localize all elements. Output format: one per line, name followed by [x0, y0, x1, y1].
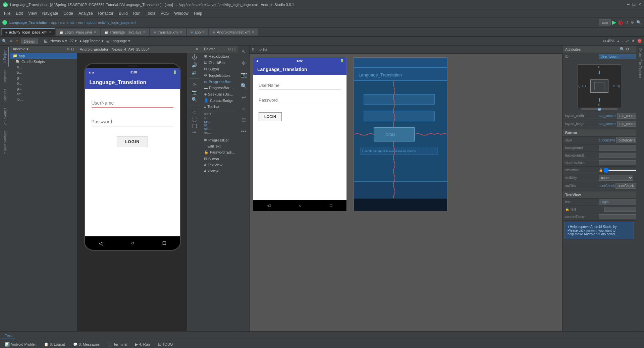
palette-search-icon[interactable]: ⊟: [232, 47, 235, 51]
phone-login-button[interactable]: LOGIN: [117, 136, 148, 147]
language-selector[interactable]: ◎ Language ▾: [106, 39, 130, 43]
menu-run[interactable]: Run: [130, 10, 143, 16]
more-icon[interactable]: •••: [192, 130, 197, 135]
bottom-tab-run[interactable]: ▶ 4: Run: [131, 341, 153, 348]
designer-password-input[interactable]: [259, 96, 341, 104]
settings-icon2[interactable]: ⚙: [9, 39, 13, 43]
tree-item-b2[interactable]: b...: [10, 70, 77, 75]
activity-build-variants[interactable]: 7: Build Variants: [1, 129, 9, 157]
design-mode-btn[interactable]: Design: [21, 39, 38, 44]
activity-captures[interactable]: Captures: [1, 87, 9, 105]
menu-help[interactable]: Help: [191, 10, 205, 16]
attr-text-input[interactable]: Login: [599, 199, 636, 205]
canvas-actions[interactable]: ▷ |◁: [260, 48, 267, 51]
tree-item-s[interactable]: se...: [10, 91, 77, 97]
collapse-icon[interactable]: ⊟: [71, 47, 74, 51]
sync-icon[interactable]: ↺: [625, 19, 629, 25]
tab-close[interactable]: ✕: [252, 30, 254, 34]
palette-item-radiobutton[interactable]: ◉ RadioButton: [201, 53, 238, 59]
constraint-right-arrow[interactable]: ⬷: [613, 83, 618, 89]
api-selector[interactable]: 27 ▾: [70, 39, 77, 43]
activity-structure[interactable]: Structure: [1, 68, 9, 85]
palette-item-togglebutton[interactable]: ⊘ ToggleButton: [201, 72, 238, 78]
run-button[interactable]: ▶: [612, 19, 616, 25]
phone-password-input[interactable]: [92, 118, 173, 126]
pal-more-icon[interactable]: •••: [239, 127, 249, 136]
palette-item-checkbox[interactable]: ☑ CheckBox: [201, 59, 238, 66]
breadcrumb-src[interactable]: src: [60, 20, 65, 24]
palette-item-seekbar[interactable]: ◈ SeekBar (Discrete): [201, 91, 238, 97]
tab-translate-xml[interactable]: ◈ translate.xml ✕: [150, 28, 186, 36]
breadcrumb-project[interactable]: Language_Translation: [9, 20, 49, 24]
view-options[interactable]: ⊞: [44, 39, 48, 44]
palette-item-button2[interactable]: ⊡ Button: [201, 156, 238, 162]
attr-background-input[interactable]: [599, 146, 636, 151]
refresh-icon[interactable]: ↺: [632, 39, 635, 43]
tree-item-g[interactable]: g...: [10, 75, 77, 80]
menu-navigate[interactable]: Navigate: [40, 10, 61, 16]
settings-icon[interactable]: ⚙: [630, 19, 635, 25]
tree-item-gradle[interactable]: 🐘 Gradle Scripts: [10, 59, 77, 64]
constraint-left-arrow[interactable]: ⬶: [581, 83, 586, 89]
search-everywhere-icon[interactable]: 🔍: [636, 19, 642, 25]
palette-item-textview[interactable]: A TextView: [201, 162, 238, 168]
menu-window[interactable]: Window: [171, 10, 191, 16]
ds-recents[interactable]: □: [330, 203, 332, 208]
pal-square-icon[interactable]: □: [239, 115, 249, 125]
power-icon[interactable]: ⏻: [192, 54, 197, 60]
canvas-settings[interactable]: ⚙: [252, 48, 255, 51]
phone-home-icon[interactable]: ○: [131, 240, 135, 246]
bottom-tab-logcat[interactable]: 📋 6: Logcat: [40, 341, 68, 348]
minimize-button[interactable]: ─: [627, 2, 630, 7]
constraint-bottom-arrow[interactable]: ⬆: [597, 97, 601, 103]
palette-settings-icon[interactable]: ⚙: [228, 47, 231, 51]
attr-style-dropdown[interactable]: buttonStyle: [616, 137, 636, 143]
breadcrumb-app[interactable]: app: [51, 20, 57, 24]
rotate-icon[interactable]: ⟳: [193, 82, 197, 88]
attr-contentdescr-input[interactable]: [599, 214, 636, 219]
screenshot-icon[interactable]: 📷: [192, 90, 197, 95]
zoom-out[interactable]: -: [622, 39, 623, 43]
menu-vcs[interactable]: VCS: [158, 10, 172, 16]
menu-edit[interactable]: Edit: [13, 10, 25, 16]
attr-onclick-dropdown[interactable]: userCheck: [615, 183, 636, 189]
bottom-tab-messages[interactable]: 💬 0: Messages: [69, 341, 103, 348]
volume-up-icon[interactable]: 🔊: [192, 62, 197, 68]
palette-item-xtview[interactable]: A xtView: [201, 168, 238, 174]
tree-item-lo[interactable]: lo...: [10, 97, 77, 102]
palette-item-progressbar[interactable]: ▭ ProgressBar: [201, 78, 238, 85]
circle-icon[interactable]: [192, 117, 197, 122]
phone-username-input[interactable]: [92, 99, 173, 108]
android-dropdown[interactable]: Android ▾: [13, 47, 29, 51]
bottom-tab-todo[interactable]: ☑ TODO: [154, 341, 176, 348]
device-file-explorer-tab[interactable]: Device File Explorer: [637, 46, 643, 81]
tree-item-p[interactable]: p...: [10, 80, 77, 86]
tree-item-b[interactable]: b...: [10, 64, 77, 70]
square-icon[interactable]: [193, 124, 197, 128]
palette-item-edittext[interactable]: T EditText: [201, 143, 238, 149]
palette-item-toolbar[interactable]: ≡ Toolbar: [201, 104, 238, 110]
view-tab-text[interactable]: Text: [1, 332, 15, 339]
menu-build[interactable]: Build: [116, 10, 130, 16]
menu-analyze[interactable]: Analyze: [76, 10, 96, 16]
ds-home[interactable]: ○: [299, 203, 301, 208]
pal-camera-icon[interactable]: 📷: [239, 70, 249, 79]
constraint-slider[interactable]: 24: [581, 108, 618, 110]
tab-activity-login[interactable]: ◈ activity_login_page.xml ✕: [1, 28, 55, 36]
phone-recents-icon[interactable]: □: [163, 240, 166, 246]
zoom-emulator-icon[interactable]: 🔍: [192, 97, 197, 102]
search-icon[interactable]: 🔍: [2, 39, 7, 43]
attr-text2-input[interactable]: [604, 207, 636, 212]
volume-down-icon[interactable]: 🔉: [192, 70, 197, 75]
attr-background1-input[interactable]: [599, 153, 636, 158]
designer-username-input[interactable]: [259, 81, 341, 90]
constraint-top-arrow[interactable]: ⬇: [597, 70, 601, 75]
theme-selector[interactable]: ● AppTheme ▾: [79, 39, 104, 43]
tab-close[interactable]: ✕: [202, 30, 205, 34]
palette-item-password-edittext[interactable]: 🔒 Password (EditText): [201, 149, 238, 156]
close-button[interactable]: ✕: [638, 2, 641, 7]
back-emulator-icon[interactable]: ◁: [193, 109, 196, 115]
bottom-tab-terminal[interactable]: ⬛ Terminal: [104, 341, 131, 348]
zoom-in[interactable]: +: [617, 39, 619, 43]
breadcrumb-file[interactable]: activity_login_page.xml: [98, 20, 136, 24]
